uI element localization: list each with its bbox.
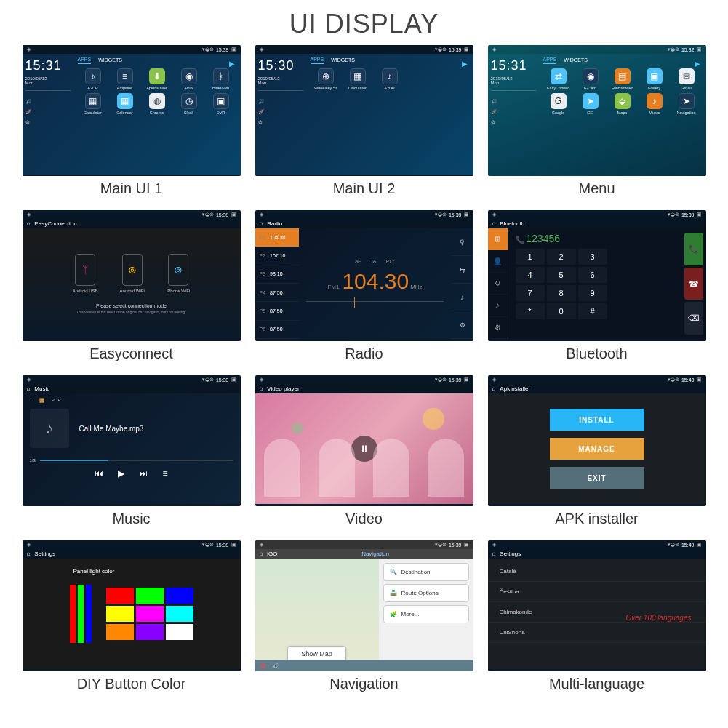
tab-widgets[interactable]: WIDGETS <box>98 57 122 64</box>
bt-contacts-tab[interactable]: 👤 <box>488 250 508 272</box>
bt-settings-tab[interactable]: ⚙ <box>488 317 508 339</box>
language-item[interactable]: Català <box>488 561 706 582</box>
dialkey-0[interactable]: 0 <box>547 303 576 319</box>
hangup-button[interactable]: ☎ <box>684 268 703 300</box>
preset-P2[interactable]: P2107.10 <box>255 247 299 265</box>
dialkey-3[interactable]: 3 <box>578 249 607 265</box>
radio-eq-button[interactable]: ♪ <box>452 284 473 311</box>
language-item[interactable]: Čeština <box>488 582 706 602</box>
home-icon[interactable]: ⌂ <box>260 551 263 557</box>
manage-button[interactable]: MANAGE <box>550 438 644 460</box>
prev-button[interactable]: ⏮ <box>95 468 103 479</box>
video-area[interactable]: ⏸ <box>255 393 473 504</box>
app-amplifier[interactable]: ≡Amplifier <box>110 68 140 90</box>
app-filebrowser[interactable]: ▤FileBrowser <box>607 68 638 90</box>
power-icon[interactable]: ⏻ <box>260 663 265 669</box>
color-swatch[interactable] <box>136 606 164 622</box>
play-button[interactable]: ▶ <box>118 468 124 479</box>
music-tab[interactable]: 🔀 <box>39 398 44 403</box>
color-swatch[interactable] <box>166 606 193 622</box>
app-clock[interactable]: ◷Clock <box>174 93 204 115</box>
language-item[interactable]: ChiShona <box>488 623 706 643</box>
preset-P3[interactable]: P398.10 <box>255 265 299 284</box>
home-icon[interactable]: ⌂ <box>492 220 496 227</box>
next-button[interactable]: ⏭ <box>139 468 148 479</box>
color-swatch[interactable] <box>106 624 134 640</box>
rgb-sliders[interactable] <box>70 585 92 643</box>
dialkey-1[interactable]: 1 <box>516 249 545 265</box>
dialkey-*[interactable]: * <box>516 303 545 319</box>
backspace-button[interactable]: ⌫ <box>684 302 703 335</box>
call-button[interactable]: 📞 <box>684 233 703 265</box>
home-icon[interactable]: ⌂ <box>27 385 31 392</box>
app-gallery[interactable]: ▣Gallery <box>639 68 670 90</box>
nav-item[interactable]: 🔍Destination <box>383 563 469 581</box>
home-icon[interactable]: ⌂ <box>27 551 31 557</box>
preset-P5[interactable]: P587.50 <box>255 302 299 320</box>
preset-P1[interactable]: P1104.30 <box>255 228 299 247</box>
app-dvr[interactable]: ▣DVR <box>206 93 236 115</box>
app-bluetooth[interactable]: ᚼBluetooth <box>206 68 236 90</box>
app-music[interactable]: ♪Music <box>639 93 670 115</box>
play-store-icon[interactable]: ▶ <box>229 60 235 68</box>
bt-music-tab[interactable]: ♪ <box>488 295 508 316</box>
dialkey-#[interactable]: # <box>578 303 607 319</box>
app-wheelkey st[interactable]: ⊕Wheelkey St <box>311 68 341 90</box>
app-navigation[interactable]: ➤Navigation <box>671 93 702 115</box>
home-icon[interactable]: ⌂ <box>260 385 263 392</box>
exit-button[interactable]: EXIT <box>550 467 644 489</box>
app-chrome[interactable]: ◍Chrome <box>142 93 172 115</box>
volume-icon[interactable]: 🔊 <box>25 99 71 105</box>
app-a2dp[interactable]: ♪A2DP <box>375 68 405 90</box>
rocket-icon[interactable]: 🚀 <box>25 109 71 115</box>
clean-icon[interactable]: ⊘ <box>25 119 71 125</box>
dialkey-7[interactable]: 7 <box>516 285 545 301</box>
radio-tag[interactable]: PTY <box>386 259 395 263</box>
color-swatch[interactable] <box>166 624 193 640</box>
bt-history-tab[interactable]: ↻ <box>488 273 508 295</box>
ec-option[interactable]: ⊚Android WiFi <box>120 254 145 293</box>
radio-tag[interactable]: AF <box>355 259 361 263</box>
rgb-bar[interactable] <box>78 585 84 643</box>
map-area[interactable]: Show Map <box>255 559 379 669</box>
tab-apps[interactable]: APPS <box>78 57 92 64</box>
home-icon[interactable]: ⌂ <box>27 220 31 227</box>
app-igo[interactable]: ➤iGO <box>575 93 606 115</box>
app-f-cam[interactable]: ◉F-Cam <box>575 68 606 90</box>
app-avin[interactable]: ◉AVIN <box>174 68 204 90</box>
app-google[interactable]: GGoogle <box>543 93 574 115</box>
seek-bar[interactable] <box>40 460 233 461</box>
home-icon[interactable]: ⌂ <box>260 220 263 227</box>
preset-P4[interactable]: P487.50 <box>255 284 299 302</box>
app-a2dp[interactable]: ♪A2DP <box>78 68 108 90</box>
radio-band-button[interactable]: ⇆ <box>452 256 473 284</box>
color-swatch[interactable] <box>136 624 164 640</box>
color-swatch[interactable] <box>136 588 164 604</box>
dialkey-5[interactable]: 5 <box>547 267 576 283</box>
app-calculator[interactable]: ▦Calculator <box>343 68 373 90</box>
dialkey-4[interactable]: 4 <box>516 267 545 283</box>
dialkey-9[interactable]: 9 <box>578 285 607 301</box>
playlist-button[interactable]: ≡ <box>162 468 167 479</box>
dialkey-6[interactable]: 6 <box>578 267 607 283</box>
home-icon[interactable]: ⌂ <box>492 385 496 392</box>
nav-item[interactable]: 🛣️Route Options <box>383 584 469 602</box>
app-easyconnec[interactable]: ⇄EasyConnec <box>543 68 574 90</box>
nav-item[interactable]: 🧩More... <box>383 605 469 623</box>
radio-scan-button[interactable]: ⚲ <box>452 228 473 256</box>
app-maps[interactable]: ⬙Maps <box>607 93 638 115</box>
rgb-bar[interactable] <box>70 585 76 643</box>
app-calculator[interactable]: ▦Calculator <box>78 93 108 115</box>
dialkey-8[interactable]: 8 <box>547 285 576 301</box>
color-swatch[interactable] <box>166 588 193 604</box>
rgb-bar[interactable] <box>86 585 92 643</box>
install-button[interactable]: INSTALL <box>550 409 644 431</box>
app-gmail[interactable]: ✉Gmail <box>671 68 702 90</box>
radio-scale[interactable] <box>306 301 444 308</box>
preset-P6[interactable]: P687.50 <box>255 321 299 339</box>
ec-option[interactable]: ⊚iPhone WiFi <box>167 254 190 293</box>
app-apkinstaller[interactable]: ⬇ApkInstaller <box>142 68 172 90</box>
dialkey-2[interactable]: 2 <box>547 249 576 265</box>
color-swatch[interactable] <box>106 588 134 604</box>
audio-icon[interactable]: 🔊 <box>271 663 279 669</box>
